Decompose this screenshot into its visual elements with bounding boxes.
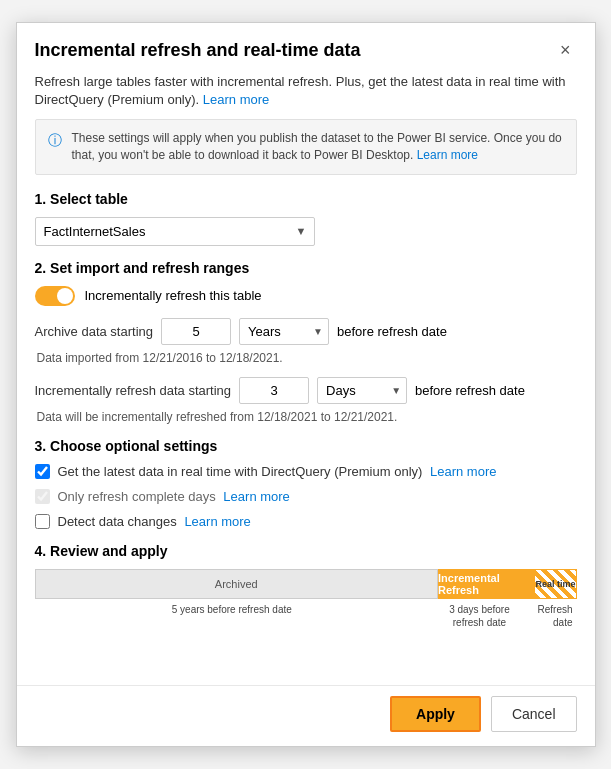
detect-changes-label: Detect data changes Learn more bbox=[58, 514, 251, 529]
label-incremental: 3 days before refresh date bbox=[429, 603, 530, 629]
bar-incremental: Incremental Refresh bbox=[438, 569, 534, 599]
archive-unit-wrapper: Days Months Years ▼ bbox=[239, 318, 329, 345]
complete-days-learn-more-link[interactable]: Learn more bbox=[223, 489, 289, 504]
section2-title: 2. Set import and refresh ranges bbox=[35, 260, 577, 276]
section-select-table: 1. Select table FactInternetSales ▼ bbox=[35, 191, 577, 246]
apply-button[interactable]: Apply bbox=[390, 696, 481, 732]
label-realtime: Refresh date bbox=[530, 603, 577, 629]
chart-labels: 5 years before refresh date 3 days befor… bbox=[35, 603, 577, 629]
archive-suffix: before refresh date bbox=[337, 324, 447, 339]
refresh-row: Incrementally refresh data starting Days… bbox=[35, 377, 577, 404]
section3-title: 3. Choose optional settings bbox=[35, 438, 577, 454]
table-select-wrapper: FactInternetSales ▼ bbox=[35, 217, 315, 246]
section4-title: 4. Review and apply bbox=[35, 543, 577, 559]
close-button[interactable]: × bbox=[554, 39, 577, 61]
info-text: These settings will apply when you publi… bbox=[72, 130, 564, 164]
archive-value-input[interactable] bbox=[161, 318, 231, 345]
section-review: 4. Review and apply Archived Incremental… bbox=[35, 543, 577, 659]
intro-learn-more-link[interactable]: Learn more bbox=[203, 92, 269, 107]
info-box: ⓘ These settings will apply when you pub… bbox=[35, 119, 577, 175]
refresh-label: Incrementally refresh data starting bbox=[35, 383, 232, 398]
dialog-body: Refresh large tables faster with increme… bbox=[17, 73, 595, 685]
complete-days-label: Only refresh complete days Learn more bbox=[58, 489, 290, 504]
archive-label: Archive data starting bbox=[35, 324, 154, 339]
detect-changes-row: Detect data changes Learn more bbox=[35, 514, 577, 529]
refresh-unit-select[interactable]: Days Months Years bbox=[317, 377, 407, 404]
archive-row: Archive data starting Days Months Years … bbox=[35, 318, 577, 345]
section-optional: 3. Choose optional settings Get the late… bbox=[35, 438, 577, 529]
archive-unit-select[interactable]: Days Months Years bbox=[239, 318, 329, 345]
realtime-label: Get the latest data in real time with Di… bbox=[58, 464, 497, 479]
complete-days-row: Only refresh complete days Learn more bbox=[35, 489, 577, 504]
intro-text: Refresh large tables faster with increme… bbox=[35, 73, 577, 109]
refresh-suffix: before refresh date bbox=[415, 383, 525, 398]
cancel-button[interactable]: Cancel bbox=[491, 696, 577, 732]
dialog: Incremental refresh and real-time data ×… bbox=[16, 22, 596, 746]
label-archived: 5 years before refresh date bbox=[35, 603, 430, 629]
section1-title: 1. Select table bbox=[35, 191, 577, 207]
bar-archived: Archived bbox=[35, 569, 439, 599]
realtime-learn-more-link[interactable]: Learn more bbox=[430, 464, 496, 479]
section-import-refresh: 2. Set import and refresh ranges Increme… bbox=[35, 260, 577, 424]
bar-realtime: Real time bbox=[534, 569, 576, 599]
dialog-title: Incremental refresh and real-time data bbox=[35, 39, 361, 62]
info-learn-more-link[interactable]: Learn more bbox=[417, 148, 478, 162]
toggle-row: Incrementally refresh this table bbox=[35, 286, 577, 306]
complete-days-checkbox[interactable] bbox=[35, 489, 50, 504]
refresh-value-input[interactable] bbox=[239, 377, 309, 404]
realtime-row: Get the latest data in real time with Di… bbox=[35, 464, 577, 479]
dialog-footer: Apply Cancel bbox=[17, 685, 595, 746]
realtime-checkbox[interactable] bbox=[35, 464, 50, 479]
archive-date-hint: Data imported from 12/21/2016 to 12/18/2… bbox=[35, 351, 577, 365]
detect-changes-checkbox[interactable] bbox=[35, 514, 50, 529]
dialog-header: Incremental refresh and real-time data × bbox=[17, 23, 595, 72]
toggle-slider bbox=[35, 286, 75, 306]
refresh-unit-wrapper: Days Months Years ▼ bbox=[317, 377, 407, 404]
toggle-label[interactable] bbox=[35, 286, 75, 306]
detect-changes-learn-more-link[interactable]: Learn more bbox=[184, 514, 250, 529]
chart-bars: Archived Incremental Refresh Real time bbox=[35, 569, 577, 599]
info-icon: ⓘ bbox=[48, 131, 62, 151]
refresh-date-hint: Data will be incrementally refreshed fro… bbox=[35, 410, 577, 424]
toggle-text: Incrementally refresh this table bbox=[85, 288, 262, 303]
chart-area: Archived Incremental Refresh Real time 5… bbox=[35, 569, 577, 659]
table-select[interactable]: FactInternetSales bbox=[35, 217, 315, 246]
